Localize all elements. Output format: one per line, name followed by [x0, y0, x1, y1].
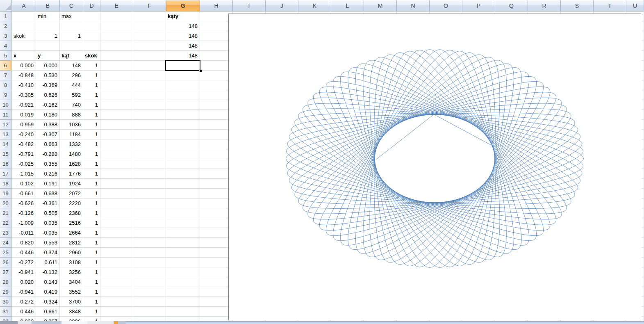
row-header-1[interactable]: 1 — [0, 11, 11, 21]
cell-G5[interactable]: 148 — [166, 51, 200, 61]
row-header-8[interactable]: 8 — [0, 80, 11, 90]
column-header-L[interactable]: L — [331, 0, 364, 11]
cell-C29[interactable]: 3552 — [60, 287, 83, 297]
cell-H3[interactable] — [200, 31, 233, 41]
cell-C20[interactable]: 2220 — [60, 199, 83, 208]
cell-C30[interactable]: 3700 — [60, 297, 83, 307]
cell-F12[interactable] — [133, 120, 166, 130]
column-header-G[interactable]: G — [166, 0, 200, 11]
cell-B10[interactable]: -0.162 — [36, 100, 60, 110]
cell-A25[interactable]: -0.446 — [12, 248, 36, 258]
cell-G11[interactable] — [166, 110, 200, 120]
row-header-29[interactable]: 29 — [0, 287, 11, 297]
column-header-J[interactable]: J — [266, 0, 298, 11]
cell-E25[interactable] — [100, 248, 133, 258]
cell-H12[interactable] — [200, 120, 233, 130]
cell-F2[interactable] — [133, 21, 166, 31]
cell-C18[interactable]: 1924 — [60, 179, 83, 189]
cell-C24[interactable]: 2812 — [60, 238, 83, 248]
cell-F25[interactable] — [133, 248, 166, 258]
cell-B7[interactable]: 0.530 — [36, 71, 60, 80]
cell-D1[interactable] — [83, 11, 100, 21]
cell-E27[interactable] — [100, 267, 133, 277]
cell-C21[interactable]: 2368 — [60, 208, 83, 218]
cell-A26[interactable]: -0.272 — [12, 258, 36, 267]
cell-D26[interactable]: 1 — [83, 258, 100, 267]
column-header-E[interactable]: E — [100, 0, 133, 11]
cell-B6[interactable]: 0.000 — [36, 61, 60, 71]
cell-D21[interactable]: 1 — [83, 208, 100, 218]
cell-F20[interactable] — [133, 199, 166, 208]
cell-H6[interactable] — [200, 61, 233, 71]
cell-C10[interactable]: 740 — [60, 100, 83, 110]
cell-C16[interactable]: 1628 — [60, 159, 83, 169]
cell-F29[interactable] — [133, 287, 166, 297]
cell-A11[interactable]: 0.019 — [12, 110, 36, 120]
cell-F19[interactable] — [133, 189, 166, 199]
column-header-I[interactable]: I — [233, 0, 266, 11]
cell-H29[interactable] — [200, 287, 233, 297]
cell-H18[interactable] — [200, 179, 233, 189]
cell-C1[interactable]: max — [60, 11, 83, 21]
cell-H25[interactable] — [200, 248, 233, 258]
cell-D14[interactable]: 1 — [83, 139, 100, 149]
cell-A9[interactable]: -0.305 — [12, 90, 36, 100]
cell-F8[interactable] — [133, 80, 166, 90]
row-header-9[interactable]: 9 — [0, 90, 11, 100]
cell-H20[interactable] — [200, 199, 233, 208]
cell-G4[interactable]: 148 — [166, 41, 200, 51]
row-header-17[interactable]: 17 — [0, 169, 11, 179]
cell-A18[interactable]: -0.102 — [12, 179, 36, 189]
row-header-19[interactable]: 19 — [0, 189, 11, 199]
cell-G23[interactable] — [166, 228, 200, 238]
cell-H1[interactable] — [200, 11, 233, 21]
cell-B4[interactable] — [36, 41, 60, 51]
cell-D9[interactable]: 1 — [83, 90, 100, 100]
row-header-30[interactable]: 30 — [0, 297, 11, 307]
cell-A15[interactable]: -0.791 — [12, 149, 36, 159]
cell-F27[interactable] — [133, 267, 166, 277]
cell-C12[interactable]: 1036 — [60, 120, 83, 130]
row-header-11[interactable]: 11 — [0, 110, 11, 120]
horizontal-scrollbar[interactable] — [126, 321, 644, 324]
cell-A29[interactable]: -0.941 — [12, 287, 36, 297]
cell-B27[interactable]: -0.132 — [36, 267, 60, 277]
cell-C4[interactable] — [60, 41, 83, 51]
cell-E17[interactable] — [100, 169, 133, 179]
cell-D17[interactable]: 1 — [83, 169, 100, 179]
cell-E9[interactable] — [100, 90, 133, 100]
cell-H2[interactable] — [200, 21, 233, 31]
cell-E1[interactable] — [100, 11, 133, 21]
cell-E30[interactable] — [100, 297, 133, 307]
cell-F10[interactable] — [133, 100, 166, 110]
row-header-5[interactable]: 5 — [0, 51, 11, 61]
cell-B12[interactable]: 0.388 — [36, 120, 60, 130]
cell-C25[interactable]: 2960 — [60, 248, 83, 258]
cell-D18[interactable]: 1 — [83, 179, 100, 189]
cell-F7[interactable] — [133, 71, 166, 80]
cell-D11[interactable]: 1 — [83, 110, 100, 120]
cell-E15[interactable] — [100, 149, 133, 159]
cell-F1[interactable] — [133, 11, 166, 21]
row-header-24[interactable]: 24 — [0, 238, 11, 248]
cell-E18[interactable] — [100, 179, 133, 189]
column-header-R[interactable]: R — [528, 0, 561, 11]
row-header-12[interactable]: 12 — [0, 120, 11, 130]
cell-G7[interactable] — [166, 71, 200, 80]
cell-C22[interactable]: 2516 — [60, 218, 83, 228]
chart-object[interactable] — [228, 14, 641, 320]
cell-E4[interactable] — [100, 41, 133, 51]
cell-E2[interactable] — [100, 21, 133, 31]
column-header-P[interactable]: P — [462, 0, 495, 11]
column-header-H[interactable]: H — [200, 0, 233, 11]
cell-E13[interactable] — [100, 130, 133, 139]
cell-B18[interactable]: -0.191 — [36, 179, 60, 189]
cell-H16[interactable] — [200, 159, 233, 169]
cell-A30[interactable]: -0.272 — [12, 297, 36, 307]
cell-C3[interactable]: 1 — [60, 31, 83, 41]
cell-D29[interactable]: 1 — [83, 287, 100, 297]
cell-F17[interactable] — [133, 169, 166, 179]
cell-F15[interactable] — [133, 149, 166, 159]
cell-H22[interactable] — [200, 218, 233, 228]
cell-H27[interactable] — [200, 267, 233, 277]
